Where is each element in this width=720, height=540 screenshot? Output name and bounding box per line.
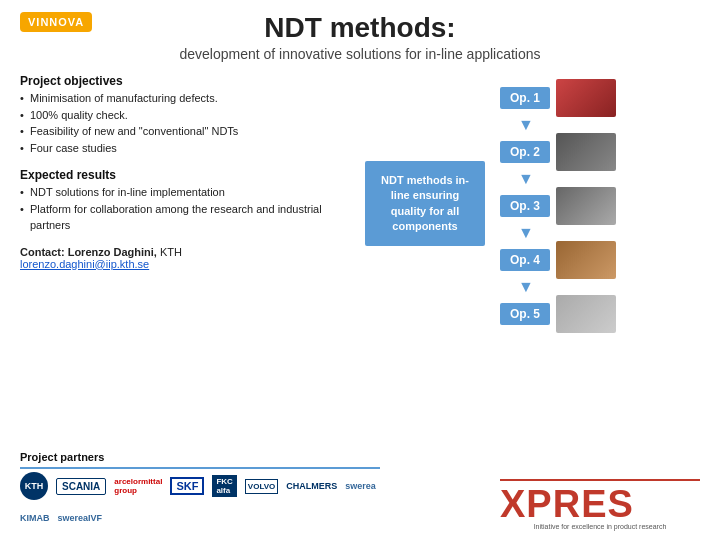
- list-item: Feasibility of new and "conventional" ND…: [20, 123, 350, 140]
- arrow-down-4: ▼: [518, 279, 534, 295]
- fkc-logo: FKCalfa: [212, 474, 236, 498]
- right-column: Op. 1 ▼ Op. 2 ▼ Op. 3: [500, 74, 700, 333]
- op-badge-2: Op. 2: [500, 141, 550, 163]
- xpres-divider: [500, 479, 700, 481]
- main-title: NDT methods:: [179, 12, 540, 44]
- list-item: 100% quality check.: [20, 107, 350, 124]
- arcelor-logo: arcelormittalgroup: [114, 474, 162, 498]
- op-image-1: [556, 79, 616, 117]
- main-content: Project objectives Minimisation of manuf…: [20, 74, 700, 333]
- project-objectives-section: Project objectives Minimisation of manuf…: [20, 74, 350, 156]
- op-badge-3: Op. 3: [500, 195, 550, 217]
- page: VINNOVA NDT methods: development of inno…: [0, 0, 720, 540]
- operations-container: Op. 1 ▼ Op. 2 ▼ Op. 3: [500, 74, 700, 333]
- operation-2: Op. 2 ▼: [500, 133, 616, 187]
- list-item: Four case studies: [20, 140, 350, 157]
- expected-results-list: NDT solutions for in-line implementation…: [20, 184, 350, 234]
- vinnova-logo: VINNOVA: [20, 12, 92, 32]
- operation-1: Op. 1 ▼: [500, 79, 616, 133]
- volvo-text: VOLVO: [245, 479, 278, 494]
- expected-results-title: Expected results: [20, 168, 350, 182]
- scania-logo: SCANIA: [56, 474, 106, 498]
- arrow-down-1: ▼: [518, 117, 534, 133]
- partners-title: Project partners: [20, 451, 380, 463]
- contact-section: Contact: Lorenzo Daghini, KTH lorenzo.da…: [20, 246, 350, 270]
- op-image-4: [556, 241, 616, 279]
- kth-logo: KTH: [20, 474, 48, 498]
- list-item: Platform for collaboration among the res…: [20, 201, 350, 234]
- fkc-text: FKCalfa: [212, 475, 236, 497]
- subtitle: development of innovative solutions for …: [179, 46, 540, 62]
- swerea-logo: swerea: [345, 474, 376, 498]
- operation-4: Op. 4 ▼: [500, 241, 616, 295]
- xpres-logo-text: XPRES: [500, 485, 634, 523]
- kimab-text: KIMAB: [20, 513, 50, 523]
- swereaivf-logo: swereaIVF: [58, 506, 103, 530]
- op-row-3: Op. 3: [500, 187, 616, 225]
- op-badge-1: Op. 1: [500, 87, 550, 109]
- op-row-1: Op. 1: [500, 79, 616, 117]
- operation-3: Op. 3 ▼: [500, 187, 616, 241]
- xpres-logo-container: XPRES: [500, 485, 700, 523]
- op-image-3: [556, 187, 616, 225]
- expected-results-section: Expected results NDT solutions for in-li…: [20, 168, 350, 234]
- chalmers-logo: CHALMERS: [286, 474, 337, 498]
- volvo-logo: VOLVO: [245, 474, 278, 498]
- op-badge-4: Op. 4: [500, 249, 550, 271]
- kimab-logo: KIMAB: [20, 506, 50, 530]
- ndt-box: NDT methods in-line ensuring quality for…: [365, 161, 485, 247]
- arrow-down-2: ▼: [518, 171, 534, 187]
- kth-text: KTH: [20, 472, 48, 500]
- swerea-text: swerea: [345, 481, 376, 491]
- swereaivf-text: swereaIVF: [58, 513, 103, 523]
- op-row-2: Op. 2: [500, 133, 616, 171]
- header: VINNOVA NDT methods: development of inno…: [20, 12, 700, 72]
- list-item: Minimisation of manufacturing defects.: [20, 90, 350, 107]
- center-column: NDT methods in-line ensuring quality for…: [360, 74, 490, 333]
- project-objectives-list: Minimisation of manufacturing defects. 1…: [20, 90, 350, 156]
- chalmers-text: CHALMERS: [286, 481, 337, 491]
- skf-text: SKF: [170, 477, 204, 495]
- contact-label: Contact:: [20, 246, 65, 258]
- left-column: Project objectives Minimisation of manuf…: [20, 74, 350, 333]
- bottom-left: Project partners KTH SCANIA arcelormitta…: [20, 451, 380, 530]
- op-row-5: Op. 5: [500, 295, 616, 333]
- op-image-5: [556, 295, 616, 333]
- partners-divider: KTH SCANIA arcelormittalgroup SKF FKCalf…: [20, 467, 380, 530]
- partner-logos: KTH SCANIA arcelormittalgroup SKF FKCalf…: [20, 474, 380, 530]
- scania-text: SCANIA: [56, 478, 106, 495]
- project-objectives-title: Project objectives: [20, 74, 350, 88]
- op-image-2: [556, 133, 616, 171]
- arrow-down-3: ▼: [518, 225, 534, 241]
- arcelor-text: arcelormittalgroup: [114, 477, 162, 495]
- list-item: NDT solutions for in-line implementation: [20, 184, 350, 201]
- contact-institution: KTH: [160, 246, 182, 258]
- logo-text: VINNOVA: [28, 16, 84, 28]
- xpres-area: XPRES Initiative for excellence in produ…: [500, 479, 700, 530]
- op-badge-5: Op. 5: [500, 303, 550, 325]
- contact-name: Lorenzo Daghini,: [68, 246, 157, 258]
- skf-logo: SKF: [170, 474, 204, 498]
- op-row-4: Op. 4: [500, 241, 616, 279]
- contact-email[interactable]: lorenzo.daghini@iip.kth.se: [20, 258, 149, 270]
- operation-5: Op. 5: [500, 295, 616, 333]
